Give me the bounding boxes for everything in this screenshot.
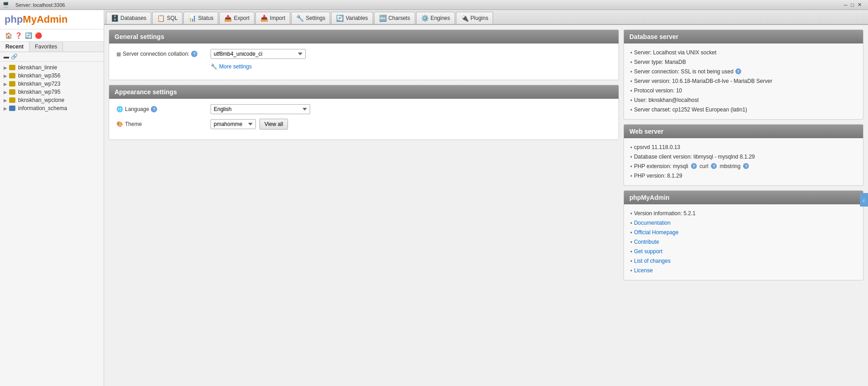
db-server-item-text: Server version: 10.6.18-MariaDB-cll-lve … [634,78,772,84]
sidebar-icon-bar: 🏠 ❓ 🔄 🔴 [0,29,104,42]
db-list-item[interactable]: ▶ information_schema [0,104,104,112]
phpmyadmin-link[interactable]: License [634,267,652,274]
theme-select[interactable]: pmahomme original metro [211,119,256,129]
server-icon: 🖥️ [3,2,9,8]
database-server-list: Server: Localhost via UNIX socketServer … [624,43,863,119]
language-select[interactable]: English French German Spanish [211,104,310,114]
collation-select[interactable]: utf8mb4_unicode_ci utf8_general_ci latin… [211,49,306,59]
tab-import[interactable]: 📥 Import [255,12,290,24]
appearance-settings-title: Appearance settings [115,88,177,96]
phpmyadmin-link[interactable]: Documentation [634,220,671,226]
tab-sql[interactable]: 📋 SQL [152,12,182,24]
logo-myadmin: MyAdmin [23,14,67,25]
power-icon[interactable]: 🔴 [34,31,43,39]
databases-tab-icon: 🗄️ [111,14,119,22]
general-settings-body: ▦ Server connection collation: ? utf8mb4… [109,43,619,80]
phpmyadmin-link[interactable]: Official Homepage [634,229,679,236]
close-button[interactable]: ✕ [858,2,862,8]
db-server-list-item: User: bknskhan@localhost [630,96,857,105]
web-server-item-text: cpsrvd 11.118.0.13 [634,144,680,150]
tab-plugins[interactable]: 🔌 Plugins [456,12,493,24]
refresh-icon[interactable]: 🔄 [24,31,33,39]
phpmyadmin-list-item[interactable]: Get support [630,247,857,256]
link-icon[interactable]: 🔗 [11,53,18,60]
language-help-icon[interactable]: ? [151,106,157,112]
phpmyadmin-list-item[interactable]: Contribute [630,237,857,247]
logo-php: php [5,14,23,25]
tab-settings[interactable]: 🔧 Settings [291,12,330,24]
phpmyadmin-list-item[interactable]: Official Homepage [630,228,857,237]
sidebar-toolbar: ▬ 🔗 [0,52,104,62]
phpmyadmin-link[interactable]: Contribute [634,239,659,245]
theme-label-text: Theme [125,121,142,127]
databases-tab-label: Databases [120,15,146,21]
settings-tab-icon: 🔧 [296,14,304,22]
language-label-text: Language [125,106,149,112]
export-tab-icon: 📤 [224,14,232,22]
db-list-item[interactable]: ▶ bknskhan_wpclone [0,96,104,104]
phpmyadmin-link[interactable]: Get support [634,248,662,255]
db-server-list-item: Server type: MariaDB [630,58,857,67]
theme-label: 🎨 Theme [116,121,207,127]
tab-favorites[interactable]: Favorites [29,42,63,52]
tab-status[interactable]: 📊 Status [183,12,218,24]
mbstring-help-icon[interactable]: ? [743,163,749,169]
plugins-tab-label: Plugins [470,15,488,21]
import-tab-label: Import [270,15,285,21]
tab-engines[interactable]: ⚙️ Engines [416,12,455,24]
collation-help-icon[interactable]: ? [191,51,197,57]
db-server-item-text: Server type: MariaDB [634,59,686,65]
view-all-button[interactable]: View all [259,119,288,130]
web-server-list-item: Database client version: libmysql - mysq… [630,152,857,162]
db-name: bknskhan_wp795 [18,89,60,95]
left-panels: General settings ▦ Server connection col… [109,29,619,381]
db-icon [9,81,15,87]
theme-row: 🎨 Theme pmahomme original metro View all [116,119,611,130]
tab-charsets[interactable]: 🔤 Charsets [374,12,415,24]
db-expand-icon: ▶ [4,82,7,87]
collation-label: ▦ Server connection collation: ? [116,51,207,57]
db-list-item[interactable]: ▶ bknskhan_wp356 [0,72,104,80]
mbstring-text: mbstring [719,163,740,169]
collation-icon: ▦ [116,51,121,57]
db-list-item[interactable]: ▶ bknskhan_wp795 [0,88,104,96]
page-content: General settings ▦ Server connection col… [104,25,868,386]
curl-help-icon[interactable]: ? [711,163,717,169]
db-name: bknskhan_wpclone [18,97,64,103]
db-icon [9,65,15,70]
db-list-item[interactable]: ▶ bknskhan_linnie [0,63,104,72]
scroll-to-top-button[interactable]: 💧 [860,193,868,207]
phpmyadmin-list-item[interactable]: License [630,266,857,275]
more-settings-link[interactable]: 🔧 More settings [211,63,252,70]
theme-icon: 🎨 [116,121,123,127]
tab-variables[interactable]: 🔄 Variables [331,12,373,24]
db-icon [9,73,15,78]
mysqli-help-icon[interactable]: ? [691,163,697,169]
db-server-item-text: User: bknskhan@localhost [634,97,699,103]
home-icon[interactable]: 🏠 [5,31,13,39]
tab-databases[interactable]: 🗄️ Databases [106,12,151,24]
tab-recent[interactable]: Recent [0,42,29,52]
phpmyadmin-list-item[interactable]: Documentation [630,218,857,228]
docs-icon[interactable]: ❓ [14,31,23,39]
ssl-help-icon[interactable]: ? [735,68,741,74]
tab-export[interactable]: 📤 Export [219,12,254,24]
db-name: information_schema [18,105,67,111]
maximize-button[interactable]: □ [851,2,854,8]
sql-tab-label: SQL [167,15,177,21]
phpmyadmin-list-item[interactable]: List of changes [630,256,857,266]
collation-label-text: Server connection collation: [123,51,189,57]
db-list-item[interactable]: ▶ bknskhan_wp723 [0,80,104,88]
db-name: bknskhan_wp723 [18,81,60,87]
general-settings-header: General settings [109,30,619,43]
database-server-title: Database server [629,33,678,40]
web-server-list: cpsrvd 11.118.0.13Database client versio… [624,138,863,185]
minimize-button[interactable]: ─ [844,2,848,8]
right-panels: Database server Server: Localhost via UN… [623,29,863,381]
web-server-list-item: PHP version: 8.1.29 [630,171,857,181]
curl-text: curl [700,163,708,169]
collapse-icon[interactable]: ▬ [4,53,9,60]
db-server-item-text: Protocol version: 10 [634,87,682,94]
phpmyadmin-link[interactable]: List of changes [634,258,671,264]
db-expand-icon: ▶ [4,73,7,78]
